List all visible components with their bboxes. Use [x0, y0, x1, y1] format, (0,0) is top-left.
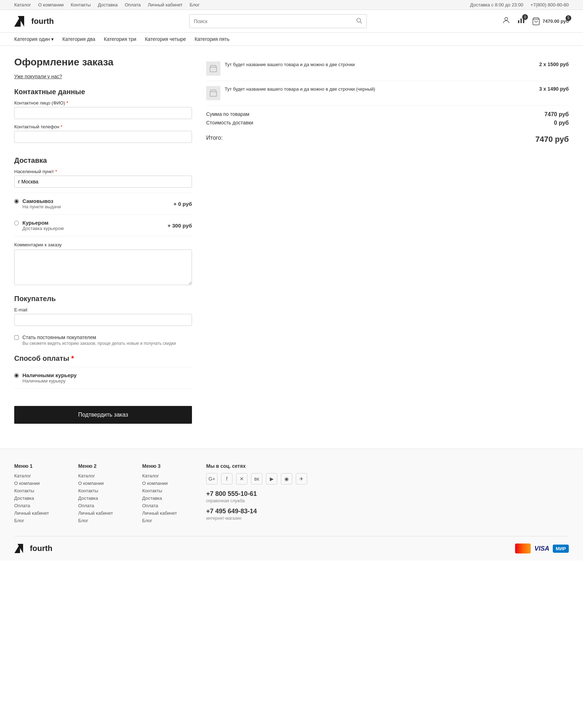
footer-m3-payment[interactable]: Оплата — [142, 503, 199, 508]
footer-bottom: fourth VISA МИР — [14, 536, 569, 553]
user-button[interactable] — [502, 16, 510, 26]
cash-title: Наличными курьеру — [22, 372, 77, 378]
topbar-phone: +7(800) 800-80-80 — [530, 2, 569, 7]
footer-m3-account[interactable]: Личный кабинет — [142, 510, 199, 516]
category-nav: Категория один ▾ Категория два Категория… — [0, 33, 583, 46]
already-customer-link[interactable]: Уже покупали у нас? — [14, 74, 62, 79]
social-facebook[interactable]: f — [221, 473, 232, 485]
svg-rect-6 — [520, 18, 522, 23]
footer-m1-catalog[interactable]: Каталог — [14, 473, 71, 478]
footer-m1-delivery[interactable]: Доставка — [14, 496, 71, 501]
search-button[interactable] — [352, 15, 367, 28]
checkout-form: Оформление заказа Уже покупали у нас? Ко… — [14, 57, 192, 424]
topnav-blog[interactable]: Блог — [190, 2, 200, 7]
footer-m3-delivery[interactable]: Доставка — [142, 496, 199, 501]
footer-social: Мы в соц. сетях G+ f ✕ вк ▶ ◉ ✈ +7 800 5… — [206, 463, 569, 525]
topnav-about[interactable]: О компании — [38, 2, 64, 7]
delivery-cost-value: 0 руб — [554, 120, 569, 126]
footer-m3-catalog[interactable]: Каталог — [142, 473, 199, 478]
footer-m2-contacts[interactable]: Контакты — [78, 488, 135, 493]
phone-input[interactable] — [14, 131, 192, 143]
social-gplus[interactable]: G+ — [206, 473, 218, 485]
svg-rect-5 — [518, 20, 519, 23]
payment-radio-cash[interactable] — [14, 373, 19, 378]
buyer-section: Покупатель E-mail Стать постоянным покуп… — [14, 295, 192, 346]
footer-m2-delivery[interactable]: Доставка — [78, 496, 135, 501]
main-content: Оформление заказа Уже покупали у нас? Ко… — [0, 46, 583, 434]
social-telegram[interactable]: ✈ — [296, 473, 307, 485]
delivery-cost-label: Стоимость доставки — [206, 120, 253, 126]
topnav-contacts[interactable]: Контакты — [71, 2, 91, 7]
footer-m2-about[interactable]: О компании — [78, 481, 135, 486]
footer-m1-about[interactable]: О компании — [14, 481, 71, 486]
order-totals: Сумма по товарам 7470 руб Стоимость дост… — [206, 111, 569, 144]
social-instagram[interactable]: ◉ — [281, 473, 292, 485]
category-4[interactable]: Категория четыре — [145, 36, 186, 42]
confirm-button[interactable]: Подтвердить заказ — [14, 406, 192, 424]
footer-m2-catalog[interactable]: Каталог — [78, 473, 135, 478]
stats-button[interactable]: 0 — [517, 16, 525, 26]
footer-logo[interactable]: fourth — [14, 544, 53, 553]
order-item-1: Тут будет название вашего товара и да мо… — [206, 57, 569, 81]
delivery-option-courier[interactable]: Курьером Доставка курьером + 300 руб — [14, 215, 192, 236]
delivery-radio-courier[interactable] — [14, 221, 19, 225]
name-input[interactable] — [14, 107, 192, 119]
footer-m1-account[interactable]: Личный кабинет — [14, 510, 71, 516]
footer-m2-blog[interactable]: Блог — [78, 518, 135, 523]
footer-m3-blog[interactable]: Блог — [142, 518, 199, 523]
footer-m2-account[interactable]: Личный кабинет — [78, 510, 135, 516]
email-input[interactable] — [14, 314, 192, 326]
logo[interactable]: fourth — [14, 16, 54, 27]
footer-social-title: Мы в соц. сетях — [206, 463, 569, 469]
footer-menu-3-title: Меню 3 — [142, 463, 199, 469]
footer-menu-2-title: Меню 2 — [78, 463, 135, 469]
social-youtube[interactable]: ▶ — [266, 473, 277, 485]
social-vk[interactable]: вк — [251, 473, 262, 485]
category-1[interactable]: Категория один ▾ — [14, 36, 54, 42]
order-item-2-price: 3 x 1490 руб — [539, 86, 569, 92]
top-bar-right: Доставка с 8:00 до 23:00 +7(800) 800-80-… — [470, 2, 569, 7]
footer-phone-2-label: интернет-магазин — [206, 516, 569, 521]
search-input[interactable] — [189, 15, 352, 28]
subtotal-value: 7470 руб — [545, 111, 569, 118]
topnav-catalog[interactable]: Каталог — [14, 2, 31, 7]
stats-badge: 0 — [522, 14, 528, 20]
payment-section-title: Способ оплаты * — [14, 354, 192, 363]
footer-logo-icon — [14, 544, 27, 553]
footer-m2-payment[interactable]: Оплата — [78, 503, 135, 508]
total-label: Итого: — [206, 135, 223, 144]
topnav-delivery[interactable]: Доставка — [98, 2, 118, 7]
loyalty-checkbox[interactable] — [14, 335, 19, 340]
subtotal-row: Сумма по товарам 7470 руб — [206, 111, 569, 118]
order-item-1-price: 2 x 1500 руб — [539, 61, 569, 67]
footer-logo-text: fourth — [30, 544, 53, 553]
topnav-payment[interactable]: Оплата — [125, 2, 141, 7]
cart-button[interactable]: 5 7470.00 руб — [532, 17, 569, 26]
contact-section-title: Контактные данные — [14, 88, 192, 96]
order-summary: Тут будет название вашего товара и да мо… — [206, 57, 569, 146]
category-5[interactable]: Категория пять — [194, 36, 229, 42]
payment-option-cash[interactable]: Наличными курьеру Наличными курьеру — [14, 367, 192, 389]
delivery-radio-pickup[interactable] — [14, 199, 19, 204]
footer-grid: Меню 1 Каталог О компании Контакты Доста… — [14, 463, 569, 525]
footer-menu-3: Меню 3 Каталог О компании Контакты Доста… — [142, 463, 199, 525]
footer-m3-about[interactable]: О компании — [142, 481, 199, 486]
footer-phone-1: +7 800 555-10-61 — [206, 490, 569, 498]
city-input[interactable] — [14, 176, 192, 188]
footer-m1-payment[interactable]: Оплата — [14, 503, 71, 508]
topnav-account[interactable]: Личный кабинет — [148, 2, 183, 7]
total-value: 7470 руб — [535, 135, 569, 144]
comment-textarea[interactable] — [14, 250, 192, 285]
footer-m1-blog[interactable]: Блог — [14, 518, 71, 523]
delivery-option-pickup[interactable]: Самовывоз На пункте выдачи + 0 руб — [14, 193, 192, 215]
category-3[interactable]: Категория три — [104, 36, 136, 42]
footer-m3-contacts[interactable]: Контакты — [142, 488, 199, 493]
total-row: Итого: 7470 руб — [206, 130, 569, 144]
footer-m1-contacts[interactable]: Контакты — [14, 488, 71, 493]
footer-menu-1: Меню 1 Каталог О компании Контакты Доста… — [14, 463, 71, 525]
category-2[interactable]: Категория два — [62, 36, 95, 42]
header-right: 0 5 7470.00 руб — [502, 16, 569, 26]
loyalty-title: Стать постоянным покупателем — [22, 334, 176, 340]
logo-icon — [14, 16, 28, 27]
social-twitter[interactable]: ✕ — [236, 473, 247, 485]
